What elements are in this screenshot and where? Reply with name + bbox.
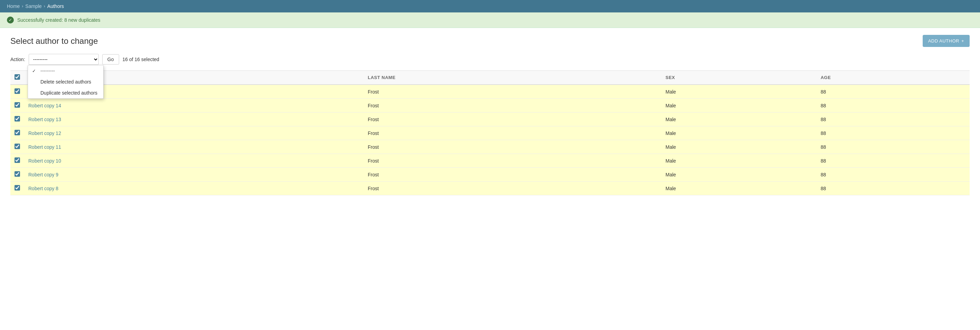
- table-row: Robert copy 15FrostMale88: [10, 84, 970, 99]
- table-row: Robert copy 8FrostMale88: [10, 182, 970, 195]
- table-row: Robert copy 14FrostMale88: [10, 99, 970, 113]
- row-age: 88: [816, 168, 970, 182]
- action-label: Action:: [10, 57, 25, 62]
- dropdown-menu: ✓ --------- Delete selected authors Dupl…: [28, 65, 103, 99]
- author-link[interactable]: Robert copy 8: [28, 186, 58, 191]
- row-checkbox-cell: [10, 140, 24, 154]
- row-checkbox[interactable]: [14, 144, 20, 149]
- row-checkbox[interactable]: [14, 130, 20, 135]
- success-icon: ✓: [7, 17, 14, 24]
- dropdown-duplicate-label: Duplicate selected authors: [40, 90, 97, 96]
- row-last-name: Frost: [364, 113, 661, 126]
- col-last-name: LAST NAME: [364, 71, 661, 85]
- row-last-name: Frost: [364, 168, 661, 182]
- row-checkbox-cell: [10, 99, 24, 113]
- author-link[interactable]: Robert copy 9: [28, 172, 58, 178]
- success-text: Successfully created: 8 new duplicates: [17, 17, 100, 23]
- table-row: Robert copy 10FrostMale88: [10, 154, 970, 168]
- row-sex: Male: [661, 126, 816, 140]
- main-content: Select author to change ADD AUTHOR + Act…: [0, 28, 980, 202]
- row-last-name: Frost: [364, 182, 661, 195]
- row-age: 88: [816, 126, 970, 140]
- row-age: 88: [816, 99, 970, 113]
- row-checkbox-cell: [10, 84, 24, 99]
- row-sex: Male: [661, 154, 816, 168]
- row-last-name: Frost: [364, 140, 661, 154]
- row-sex: Male: [661, 140, 816, 154]
- row-first-name: Robert copy 9: [24, 168, 364, 182]
- table-header-row: FIRST NAME LAST NAME SEX AGE: [10, 71, 970, 85]
- row-checkbox[interactable]: [14, 185, 20, 190]
- table-row: Robert copy 12FrostMale88: [10, 126, 970, 140]
- page-header: Select author to change ADD AUTHOR +: [10, 35, 970, 47]
- select-all-col: [10, 71, 24, 85]
- row-checkbox[interactable]: [14, 102, 20, 108]
- row-age: 88: [816, 154, 970, 168]
- row-first-name: Robert copy 8: [24, 182, 364, 195]
- row-age: 88: [816, 140, 970, 154]
- row-checkbox-cell: [10, 182, 24, 195]
- col-age: AGE: [816, 71, 970, 85]
- selected-count: 16 of 16 selected: [123, 57, 159, 62]
- dropdown-item-delete[interactable]: Delete selected authors: [28, 76, 103, 87]
- breadcrumb-home[interactable]: Home: [7, 3, 20, 9]
- breadcrumb-sep-2: ›: [44, 4, 45, 9]
- row-checkbox[interactable]: [14, 88, 20, 94]
- author-link[interactable]: Robert copy 11: [28, 144, 61, 150]
- add-author-button[interactable]: ADD AUTHOR +: [923, 35, 970, 47]
- dropdown-separator-label: ---------: [40, 68, 55, 73]
- breadcrumb-current: Authors: [47, 3, 64, 9]
- action-bar: Action: --------- Delete selected author…: [10, 54, 970, 65]
- row-age: 88: [816, 113, 970, 126]
- author-link[interactable]: Robert copy 10: [28, 158, 61, 163]
- row-sex: Male: [661, 113, 816, 126]
- action-select[interactable]: --------- Delete selected authors Duplic…: [29, 54, 99, 65]
- dropdown-item-duplicate[interactable]: Duplicate selected authors: [28, 87, 103, 98]
- row-sex: Male: [661, 182, 816, 195]
- checkmark-icon: ✓: [32, 68, 38, 73]
- select-all-checkbox[interactable]: [14, 74, 20, 80]
- row-first-name: Robert copy 10: [24, 154, 364, 168]
- row-sex: Male: [661, 168, 816, 182]
- col-sex: SEX: [661, 71, 816, 85]
- row-first-name: Robert copy 11: [24, 140, 364, 154]
- row-last-name: Frost: [364, 126, 661, 140]
- row-age: 88: [816, 182, 970, 195]
- row-last-name: Frost: [364, 154, 661, 168]
- row-checkbox[interactable]: [14, 157, 20, 163]
- row-checkbox-cell: [10, 126, 24, 140]
- page-title: Select author to change: [10, 36, 98, 46]
- row-age: 88: [816, 84, 970, 99]
- row-checkbox-cell: [10, 113, 24, 126]
- go-button[interactable]: Go: [102, 54, 119, 65]
- row-sex: Male: [661, 84, 816, 99]
- table-row: Robert copy 9FrostMale88: [10, 168, 970, 182]
- row-checkbox-cell: [10, 168, 24, 182]
- breadcrumb-sep-1: ›: [22, 4, 23, 9]
- dropdown-item-separator[interactable]: ✓ ---------: [28, 65, 103, 76]
- table-header: FIRST NAME LAST NAME SEX AGE: [10, 71, 970, 85]
- author-link[interactable]: Robert copy 12: [28, 130, 61, 136]
- row-first-name: Robert copy 14: [24, 99, 364, 113]
- breadcrumb-sample[interactable]: Sample: [25, 3, 41, 9]
- table-body: Robert copy 15FrostMale88Robert copy 14F…: [10, 84, 970, 195]
- add-author-label: ADD AUTHOR: [928, 38, 959, 43]
- row-sex: Male: [661, 99, 816, 113]
- author-link[interactable]: Robert copy 14: [28, 103, 61, 108]
- row-checkbox[interactable]: [14, 116, 20, 122]
- table-row: Robert copy 11FrostMale88: [10, 140, 970, 154]
- row-checkbox[interactable]: [14, 171, 20, 177]
- dropdown-delete-label: Delete selected authors: [40, 79, 91, 84]
- row-checkbox-cell: [10, 154, 24, 168]
- row-last-name: Frost: [364, 84, 661, 99]
- author-link[interactable]: Robert copy 13: [28, 117, 61, 122]
- add-author-icon: +: [961, 38, 964, 43]
- success-message-bar: ✓ Successfully created: 8 new duplicates: [0, 13, 980, 28]
- breadcrumb: Home › Sample › Authors: [0, 0, 980, 13]
- row-first-name: Robert copy 12: [24, 126, 364, 140]
- row-last-name: Frost: [364, 99, 661, 113]
- table-row: Robert copy 13FrostMale88: [10, 113, 970, 126]
- row-first-name: Robert copy 13: [24, 113, 364, 126]
- authors-table: FIRST NAME LAST NAME SEX AGE Robert copy…: [10, 70, 970, 195]
